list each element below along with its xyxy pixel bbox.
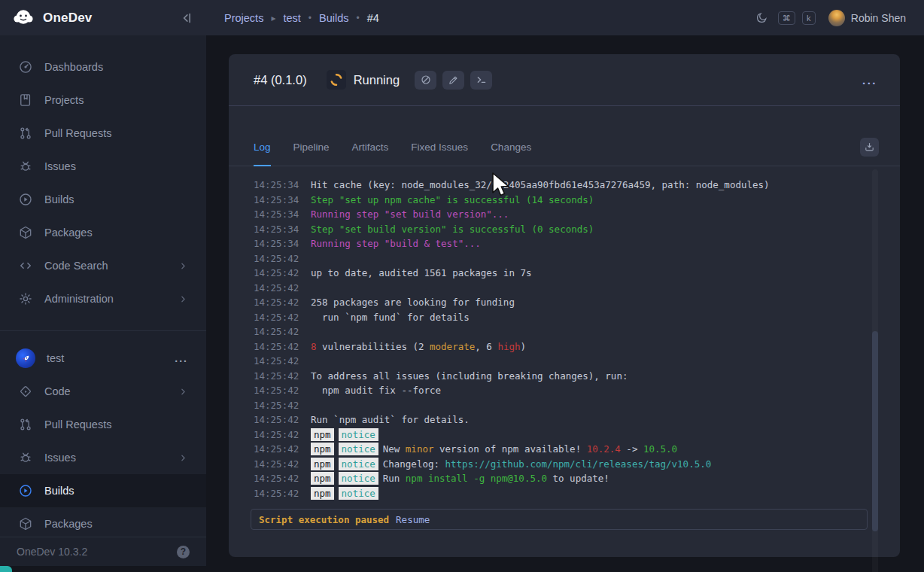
dark-mode-toggle-moon-icon[interactable] bbox=[755, 11, 768, 24]
sidebar-item-pull-requests[interactable]: Pull Requests bbox=[0, 117, 206, 150]
build-log[interactable]: 14:25:34Hit cache (key: node_modules_32/… bbox=[229, 168, 900, 557]
sidebar-item-label: Builds bbox=[44, 485, 74, 497]
log-message: 8 vulnerabilities (2 moderate, 6 high) bbox=[311, 339, 526, 354]
tab-changes[interactable]: Changes bbox=[491, 141, 531, 166]
log-segment: Running step "set build version"... bbox=[311, 208, 509, 220]
shortcut-cmd-key: ⌘ bbox=[778, 11, 795, 25]
log-badge-notice: notice bbox=[339, 487, 378, 500]
project-options-ellipsis-button[interactable]: ... bbox=[175, 352, 188, 364]
log-line: 14:25:42 bbox=[254, 281, 870, 296]
user-menu[interactable]: Robin Shen bbox=[828, 10, 906, 26]
breadcrumb-projects[interactable]: Projects bbox=[224, 12, 263, 24]
log-line: 14:25:34Running step "set build version"… bbox=[254, 207, 870, 222]
sidebar-item-pull-requests[interactable]: Pull Requests bbox=[0, 408, 206, 441]
pull-requests-icon bbox=[18, 417, 33, 432]
log-segment: moderate bbox=[430, 341, 475, 352]
log-badge-npm: npm bbox=[311, 458, 334, 470]
breadcrumb-builds[interactable]: Builds bbox=[319, 12, 349, 24]
log-segment: up to date, audited 1561 packages in 7s bbox=[311, 267, 532, 278]
log-segment: to update! bbox=[547, 473, 609, 484]
breadcrumb-test[interactable]: test bbox=[283, 12, 300, 24]
cancel-build-button[interactable] bbox=[415, 71, 436, 90]
breadcrumb-separator: • bbox=[309, 13, 312, 23]
sidebar-item-code[interactable]: Code bbox=[0, 375, 206, 408]
tab-log[interactable]: Log bbox=[254, 141, 271, 166]
sidebar-item-label: Pull Requests bbox=[44, 127, 111, 139]
sidebar-item-label: Administration bbox=[44, 293, 114, 305]
tab-fixed-issues[interactable]: Fixed Issues bbox=[411, 141, 468, 166]
log-badge-notice: notice bbox=[339, 443, 378, 455]
running-spinner-icon bbox=[327, 70, 346, 90]
topbar-right: ⌘ k Robin Shen bbox=[755, 10, 906, 26]
log-line: 14:25:34Running step "build & test"... bbox=[254, 236, 870, 251]
build-tabs: LogPipelineArtifactsFixed IssuesChanges bbox=[229, 106, 900, 166]
sidebar-item-issues[interactable]: Issues bbox=[0, 150, 206, 183]
pull-requests-icon bbox=[18, 126, 33, 141]
sidebar-item-packages[interactable]: Packages bbox=[0, 216, 206, 249]
log-timestamp: 14:25:34 bbox=[254, 222, 311, 237]
sidebar-item-builds[interactable]: Builds bbox=[0, 183, 206, 216]
log-line: 14:25:34Step "set build version" is succ… bbox=[254, 222, 870, 237]
projects-icon bbox=[18, 93, 33, 108]
log-message: 258 packages are looking for funding bbox=[311, 295, 515, 310]
log-timestamp: 14:25:42 bbox=[254, 324, 311, 339]
topbar: Projects▸test•Builds•#4 ⌘ k Robin Shen bbox=[206, 0, 924, 35]
sidebar-item-projects[interactable]: Projects bbox=[0, 84, 206, 117]
builds-icon bbox=[18, 192, 33, 207]
chat-widget[interactable] bbox=[0, 566, 12, 572]
tab-pipeline[interactable]: Pipeline bbox=[293, 141, 330, 166]
log-timestamp: 14:25:42 bbox=[254, 412, 311, 427]
sidebar-item-builds[interactable]: Builds bbox=[0, 474, 206, 507]
log-message: npmnotice bbox=[311, 486, 383, 501]
log-segment: Running step "build & test"... bbox=[311, 238, 481, 249]
help-icon[interactable]: ? bbox=[177, 546, 190, 558]
collapse-sidebar-icon[interactable] bbox=[179, 11, 194, 26]
sidebar-item-label: Packages bbox=[44, 227, 93, 239]
log-lines: 14:25:34Hit cache (key: node_modules_32/… bbox=[254, 178, 870, 500]
app-version: OneDev 10.3.2 bbox=[17, 546, 87, 558]
sidebar-item-label: Issues bbox=[44, 452, 76, 464]
sidebar: OneDev DashboardsProjectsPull RequestsIs… bbox=[0, 0, 206, 566]
log-badge-notice: notice bbox=[339, 428, 378, 441]
app-title: OneDev bbox=[43, 11, 171, 26]
user-avatar bbox=[828, 10, 845, 26]
log-line: 14:25:42npmnoticeRun npm install -g npm@… bbox=[254, 471, 870, 486]
terminal-button[interactable] bbox=[470, 71, 492, 90]
sidebar-item-packages[interactable]: Packages bbox=[0, 507, 206, 540]
build-header: #4 (0.1.0) Running ... bbox=[229, 54, 900, 106]
log-timestamp: 14:25:42 bbox=[254, 457, 311, 472]
breadcrumb-separator: • bbox=[357, 13, 360, 23]
sidebar-item-administration[interactable]: Administration bbox=[0, 282, 206, 315]
user-name: Robin Shen bbox=[851, 12, 906, 24]
log-line: 14:25:42npmnoticeChangelog: https://gith… bbox=[254, 457, 870, 472]
more-options-button[interactable]: ... bbox=[862, 74, 877, 87]
log-line: 14:25:42 run `npm fund` for details bbox=[254, 310, 870, 325]
sidebar-item-dashboards[interactable]: Dashboards bbox=[0, 50, 206, 84]
download-log-button[interactable] bbox=[860, 138, 879, 157]
log-timestamp: 14:25:42 bbox=[254, 295, 311, 310]
log-line: 14:25:42up to date, audited 1561 package… bbox=[254, 266, 870, 281]
sidebar-header: OneDev bbox=[0, 0, 206, 35]
log-segment: 258 packages are looking for funding bbox=[311, 297, 515, 308]
sidebar-item-label: Code Search bbox=[44, 260, 108, 272]
log-segment: npm install -g npm@10.5.0 bbox=[406, 473, 547, 484]
sidebar-item-test[interactable]: test... bbox=[0, 342, 206, 375]
build-detail-card: #4 (0.1.0) Running ... LogPipelineArtifa bbox=[229, 54, 900, 557]
log-line: 14:25:42 bbox=[254, 354, 870, 369]
log-scrollbar-thumb[interactable] bbox=[872, 331, 878, 531]
log-segment: npm audit fix --force bbox=[311, 385, 441, 396]
sidebar-item-label: Dashboards bbox=[44, 61, 103, 73]
sidebar-item-label: test bbox=[47, 352, 64, 364]
log-line: 14:25:42 bbox=[254, 398, 870, 413]
onedev-logo-icon bbox=[12, 7, 35, 29]
breadcrumb: Projects▸test•Builds•#4 bbox=[224, 12, 379, 24]
resume-link[interactable]: Resume bbox=[396, 514, 430, 525]
sidebar-item-issues[interactable]: Issues bbox=[0, 441, 206, 474]
sidebar-item-label: Issues bbox=[44, 160, 76, 172]
log-line: 14:25:42258 packages are looking for fun… bbox=[254, 295, 870, 310]
tab-artifacts[interactable]: Artifacts bbox=[352, 141, 389, 166]
edit-build-button[interactable] bbox=[442, 71, 464, 90]
log-segment: 8 bbox=[311, 341, 317, 352]
log-timestamp: 14:25:34 bbox=[254, 207, 311, 222]
sidebar-item-code-search[interactable]: Code Search bbox=[0, 249, 206, 282]
